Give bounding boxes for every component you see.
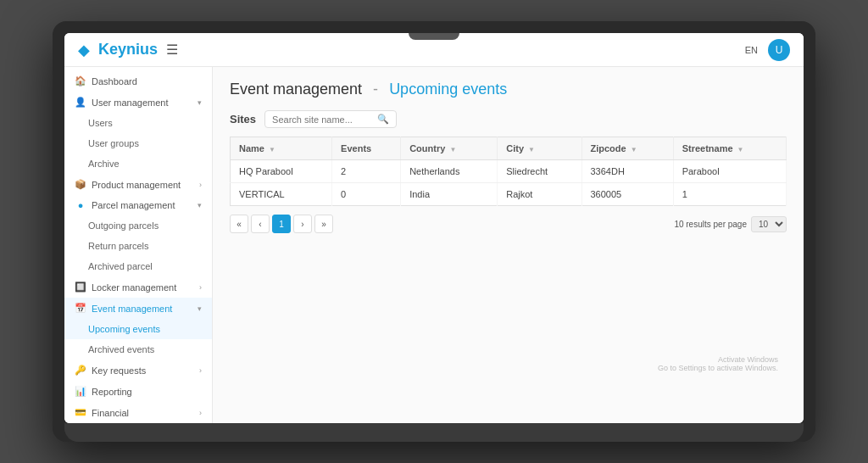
main-layout: 🏠 Dashboard 👤 User management ▾ Users Us… [64, 67, 804, 423]
page-first-button[interactable]: « [230, 215, 248, 233]
col-name[interactable]: Name ▼ [231, 137, 332, 160]
sort-icon-country: ▼ [449, 146, 456, 153]
sort-icon-name: ▼ [269, 146, 275, 153]
user-management-icon: 👤 [75, 97, 86, 108]
activate-windows-line1: Activate Windows [658, 355, 778, 364]
chevron-down-icon-parcel: ▾ [198, 201, 202, 209]
sidebar-label-users: Users [88, 118, 113, 128]
sidebar-label-financial: Financial [92, 408, 129, 418]
page-title: Event management - Upcoming events [230, 81, 787, 98]
page-title-main: Event management [230, 81, 362, 98]
chevron-right-icon-fin: › [199, 409, 202, 417]
per-page-label: 10 results per page [674, 220, 747, 229]
sidebar-label-outgoing-parcels: Outgoing parcels [88, 220, 159, 231]
col-city[interactable]: City ▼ [498, 137, 581, 160]
sidebar-label-user-groups: User groups [88, 138, 139, 148]
sort-icon-streetname: ▼ [737, 146, 744, 153]
sort-icon-city: ▼ [528, 146, 535, 153]
reporting-icon: 📊 [75, 386, 86, 397]
search-box[interactable]: 🔍 [264, 110, 397, 128]
table-header-row: Name ▼ Events Country ▼ City ▼ Zipcode ▼… [231, 137, 787, 160]
sidebar-label-user-management: User management [92, 98, 169, 108]
dashboard-icon: 🏠 [75, 75, 86, 86]
sidebar-item-product-management[interactable]: 📦 Product management › [64, 174, 212, 195]
per-page-select[interactable]: 10 25 50 [751, 216, 787, 232]
sidebar-item-event-management[interactable]: 📅 Event management ▾ [64, 298, 212, 319]
sidebar-item-user-groups[interactable]: User groups [64, 133, 212, 153]
cell-zipcode: 3364DH [581, 160, 673, 183]
sidebar-item-reporting[interactable]: 📊 Reporting [64, 381, 212, 402]
sidebar-item-users[interactable]: Users [64, 113, 212, 133]
sites-header: Sites 🔍 [230, 110, 787, 128]
page-next-button[interactable]: › [293, 215, 312, 233]
chevron-right-icon: › [199, 181, 202, 189]
cell-streetname: Parabool [673, 160, 786, 183]
sidebar-item-dashboard[interactable]: 🏠 Dashboard [64, 70, 212, 92]
cell-name: HQ Parabool [231, 160, 332, 183]
col-events: Events [332, 137, 401, 160]
sidebar-label-return-parcels: Return parcels [88, 241, 149, 251]
col-country[interactable]: Country ▼ [401, 137, 498, 160]
page-1-button[interactable]: 1 [272, 215, 291, 233]
sidebar: 🏠 Dashboard 👤 User management ▾ Users Us… [64, 67, 213, 423]
logo-text: Keynius [98, 41, 158, 59]
sidebar-label-locker-management: Locker management [92, 282, 176, 293]
page-title-sub: Upcoming events [389, 81, 507, 98]
col-streetname[interactable]: Streetname ▼ [673, 137, 786, 160]
sidebar-item-return-parcels[interactable]: Return parcels [64, 236, 212, 256]
sidebar-label-reporting: Reporting [92, 387, 132, 397]
financial-icon: 💳 [75, 407, 86, 418]
cell-streetname: 1 [673, 183, 786, 206]
sidebar-label-archive: Archive [88, 159, 120, 169]
sidebar-item-financial[interactable]: 💳 Financial › [64, 402, 212, 423]
sidebar-item-user-management[interactable]: 👤 User management ▾ [64, 92, 212, 113]
sidebar-label-archived-events: Archived events [88, 344, 154, 354]
sidebar-label-key-requests: Key requests [92, 365, 146, 376]
key-requests-icon: 🔑 [75, 365, 86, 376]
sidebar-item-archive[interactable]: Archive [64, 153, 212, 174]
sidebar-item-upcoming-events[interactable]: Upcoming events [64, 319, 212, 339]
sidebar-item-archived-parcel[interactable]: Archived parcel [64, 256, 212, 276]
cell-city: Sliedrecht [498, 160, 581, 183]
chevron-down-icon-event: ▾ [198, 304, 202, 313]
cell-events: 2 [332, 160, 401, 183]
sidebar-item-outgoing-parcels[interactable]: Outgoing parcels [64, 215, 212, 236]
cell-country: Netherlands [401, 160, 498, 183]
sidebar-item-key-requests[interactable]: 🔑 Key requests › [64, 360, 212, 381]
laptop-base [64, 423, 804, 442]
language-selector[interactable]: EN [745, 45, 758, 55]
sidebar-label-upcoming-events: Upcoming events [88, 324, 160, 334]
page-prev-button[interactable]: ‹ [251, 215, 270, 233]
sidebar-item-parcel-management[interactable]: ● Parcel management ▾ [64, 195, 212, 215]
sidebar-label-parcel-management: Parcel management [92, 200, 175, 210]
cell-name: VERTICAL [231, 183, 332, 206]
hamburger-icon[interactable]: ☰ [166, 42, 178, 58]
cell-country: India [401, 183, 498, 206]
sidebar-item-archived-events[interactable]: Archived events [64, 339, 212, 360]
search-input[interactable] [272, 114, 374, 125]
table-row[interactable]: VERTICAL0IndiaRajkot3600051 [231, 183, 787, 206]
sites-table: Name ▼ Events Country ▼ City ▼ Zipcode ▼… [230, 137, 787, 206]
sort-icon-zipcode: ▼ [631, 146, 637, 153]
sidebar-label-dashboard: Dashboard [92, 76, 137, 86]
activate-windows-watermark: Activate Windows Go to Settings to activ… [658, 355, 778, 372]
logo-icon: ◆ [78, 41, 90, 59]
title-separator: - [373, 81, 378, 98]
per-page-selector[interactable]: 10 results per page 10 25 50 [674, 216, 787, 232]
parcel-management-icon: ● [75, 200, 86, 210]
pagination: « ‹ 1 › » [230, 215, 333, 233]
col-zipcode[interactable]: Zipcode ▼ [581, 137, 673, 160]
page-last-button[interactable]: » [314, 215, 333, 233]
user-avatar[interactable]: U [768, 39, 790, 61]
sidebar-item-locker-management[interactable]: 🔲 Locker management › [64, 276, 212, 298]
sites-label: Sites [230, 113, 256, 126]
cell-zipcode: 360005 [581, 183, 673, 206]
locker-management-icon: 🔲 [75, 282, 86, 293]
event-management-icon: 📅 [75, 303, 86, 314]
sidebar-label-product-management: Product management [92, 180, 181, 190]
pagination-area: « ‹ 1 › » 10 results per page 10 25 50 [230, 215, 787, 233]
activate-windows-line2: Go to Settings to activate Windows. [658, 364, 778, 372]
chevron-down-icon: ▾ [198, 98, 202, 107]
cell-city: Rajkot [498, 183, 581, 206]
table-row[interactable]: HQ Parabool2NetherlandsSliedrecht3364DHP… [231, 160, 787, 183]
